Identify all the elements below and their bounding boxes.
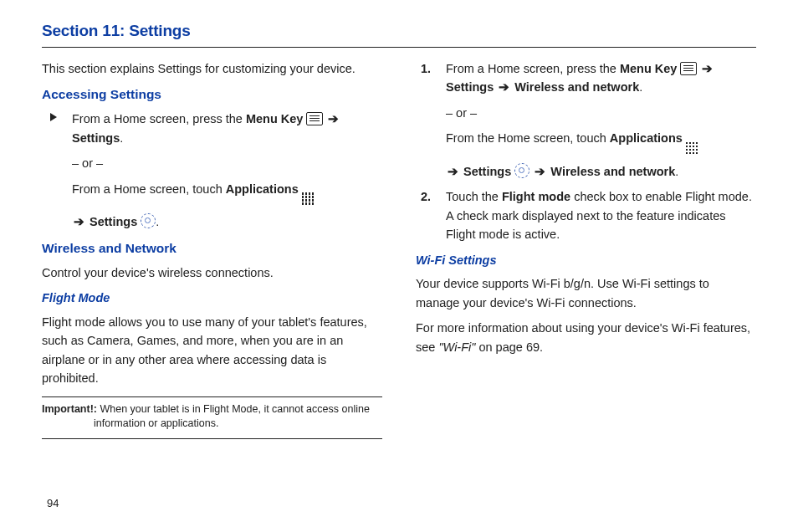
arrow-icon: ➔	[702, 62, 713, 75]
wireless-network-label: Wireless and network	[550, 165, 675, 178]
step-line: ➔ Settings ➔ Wireless and network.	[446, 162, 756, 181]
apps-grid-icon	[686, 142, 699, 156]
or-divider: – or –	[72, 154, 382, 172]
wireless-network-label: Wireless and network	[514, 80, 639, 94]
text-span: Touch the	[446, 190, 502, 203]
or-divider: – or –	[446, 104, 756, 122]
step-number-2: 2.	[421, 187, 431, 206]
heading-wireless-network: Wireless and Network	[42, 238, 382, 258]
triangle-bullet-icon	[50, 113, 57, 121]
wireless-desc: Control your device's wireless connectio…	[42, 263, 382, 282]
step-line: Touch the Flight mode check box to enabl…	[446, 187, 756, 243]
note-label: Important!:	[42, 403, 97, 415]
heading-flight-mode: Flight Mode	[42, 289, 382, 307]
note-rule-top	[42, 396, 382, 397]
menu-key-icon	[306, 112, 323, 125]
settings-label: Settings	[90, 215, 137, 228]
flight-mode-label: Flight mode	[502, 190, 570, 203]
menu-key-icon	[680, 62, 697, 75]
menu-key-label: Menu Key	[620, 62, 678, 75]
settings-label: Settings	[72, 131, 120, 145]
settings-gear-icon	[514, 163, 529, 178]
note-rule-bottom	[42, 438, 382, 439]
arrow-icon: ➔	[328, 112, 339, 125]
text-span: From the Home screen, touch	[446, 131, 610, 145]
heading-accessing-settings: Accessing Settings	[42, 84, 382, 105]
wifi-ref: For more information about using your de…	[416, 319, 756, 356]
step-line: From the Home screen, touch Applications	[446, 129, 756, 156]
step-line: ➔ Settings .	[72, 212, 382, 231]
intro-text: This section explains Settings for custo…	[42, 59, 382, 78]
settings-label: Settings	[446, 80, 494, 94]
arrow-icon: ➔	[499, 80, 509, 94]
applications-label: Applications	[226, 182, 299, 196]
arrow-icon: ➔	[535, 165, 545, 178]
step-line: From a Home screen, press the Menu Key ➔…	[446, 59, 756, 97]
arrow-icon: ➔	[448, 165, 458, 178]
flight-mode-desc: Flight mode allows you to use many of yo…	[42, 313, 382, 388]
wifi-reference: "Wi-Fi"	[438, 340, 475, 354]
settings-label: Settings	[463, 165, 511, 178]
note-text: When your tablet is in Flight Mode, it c…	[94, 403, 370, 429]
text-span: From a Home screen, press the	[72, 112, 246, 125]
step-right-2: 2. Touch the Flight mode check box to en…	[416, 187, 756, 243]
text-span: on page 69.	[478, 340, 543, 354]
column-left: This section explains Settings for custo…	[42, 59, 382, 444]
menu-key-label: Menu Key	[246, 112, 304, 125]
arrow-icon: ➔	[74, 215, 84, 228]
step-access-1: From a Home screen, press the Menu Key ➔…	[42, 110, 382, 231]
page-number: 94	[47, 497, 59, 509]
applications-label: Applications	[610, 131, 683, 145]
text-span: From a Home screen, press the	[446, 62, 620, 75]
settings-gear-icon	[141, 213, 156, 228]
title-rule	[42, 47, 756, 48]
step-line: From a Home screen, press the Menu Key ➔…	[72, 110, 382, 147]
heading-wifi-settings: Wi-Fi Settings	[416, 251, 756, 269]
apps-grid-icon	[302, 192, 315, 206]
step-line: From a Home screen, touch Applications	[72, 180, 382, 207]
step-right-1: 1. From a Home screen, press the Menu Ke…	[416, 59, 756, 181]
column-right: 1. From a Home screen, press the Menu Ke…	[416, 59, 756, 444]
text-span: From a Home screen, touch	[72, 182, 226, 196]
step-number-1: 1.	[421, 59, 431, 78]
wifi-desc: Your device supports Wi-Fi b/g/n. Use Wi…	[416, 274, 756, 312]
section-title: Section 11: Settings	[42, 22, 756, 40]
important-note: Important!: When your tablet is in Fligh…	[42, 402, 382, 431]
